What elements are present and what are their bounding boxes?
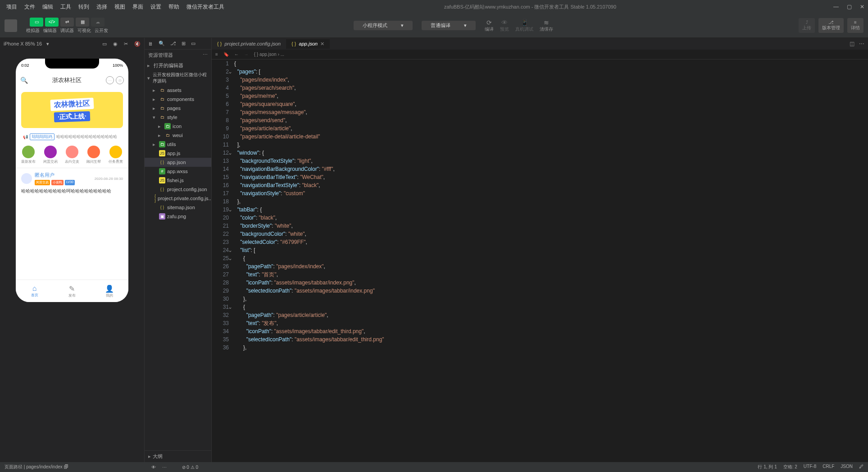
tree-item[interactable]: { }app.json	[145, 158, 211, 167]
preview-button[interactable]: 👁预览	[500, 19, 509, 32]
tree-item[interactable]: ▸🗀assets	[145, 86, 211, 95]
breadcrumb[interactable]: { } app.json › ...	[254, 52, 284, 57]
category-item[interactable]: 任务悬赏	[109, 146, 123, 164]
mute-icon[interactable]: 🔇	[134, 41, 141, 47]
tree-item[interactable]: ▾🗀style	[145, 113, 211, 122]
explorer-box-icon[interactable]: ⊞	[182, 41, 186, 46]
menu-视图[interactable]: 视图	[112, 1, 128, 13]
crumb-outline-icon[interactable]: ≡	[215, 52, 218, 57]
code-area[interactable]: 12⌄3456789101112⌄13141516171819⌄20212223…	[212, 60, 868, 462]
preview-icon[interactable]: 👁	[151, 465, 156, 470]
upload-button[interactable]: ⤴上传	[799, 18, 815, 33]
tree-item[interactable]: ▸🗀icon	[145, 122, 211, 131]
cursor-position[interactable]: 行 1, 列 1	[758, 464, 777, 470]
section-project-root[interactable]: ▾云开发校园微社区微信小程序源码	[145, 70, 211, 86]
tabbar-item[interactable]: ⌂首页	[16, 280, 53, 302]
phone-simulator[interactable]: 0:02100% 🔍 浙农林社区 ⋯◎ 农林微社区 ·正式上线· 📢咕咕咕咕鸡哈…	[16, 59, 128, 302]
page-path[interactable]: 页面路径 | pages/index/index 🗐	[5, 464, 68, 470]
editor-tab[interactable]: { }project.private.config.json	[212, 39, 286, 48]
tree-item[interactable]: ▸🗀pages	[145, 104, 211, 113]
section-open-editors[interactable]: ▸打开的编辑器	[145, 61, 211, 70]
compile-button[interactable]: ⟳编译	[485, 19, 494, 32]
minimize-icon[interactable]: —	[833, 4, 839, 10]
tree-item[interactable]: JSapp.js	[145, 149, 211, 158]
device-selector[interactable]: iPhone X 85% 16	[4, 41, 42, 46]
toolbar: ▭ </> ⇄ ▦ ☁ 模拟器编辑器调试器可视化云开发 小程序模式▾ 普通编译▾…	[0, 14, 868, 38]
capsule-close[interactable]: ◎	[116, 76, 124, 84]
tree-item[interactable]: ▸🗀utils	[145, 140, 211, 149]
tabbar-item[interactable]: ✎发布	[53, 280, 91, 302]
cloud-toggle[interactable]: ☁	[91, 18, 105, 27]
simulator-toggle[interactable]: ▭	[30, 18, 43, 27]
tabbar-item[interactable]: 👤我的	[91, 280, 128, 302]
program-mode-dropdown[interactable]: 小程序模式▾	[354, 21, 413, 30]
window-controls: — ▢ ✕	[833, 4, 864, 10]
rotate-icon[interactable]: ▭	[102, 41, 107, 47]
category-item[interactable]: 表白交友	[65, 146, 79, 164]
tree-item[interactable]: #app.wxss	[145, 167, 211, 176]
tree-item[interactable]: ▸🗀components	[145, 95, 211, 104]
feedback-icon[interactable]: 🖉	[859, 464, 863, 470]
editor-tab[interactable]: { }app.json✕	[286, 39, 330, 49]
menu-设置[interactable]: 设置	[148, 1, 164, 13]
visual-toggle[interactable]: ▦	[76, 18, 89, 27]
banner[interactable]: 农林微社区 ·正式上线·	[21, 92, 123, 128]
split-editor-icon[interactable]: ◫	[850, 41, 854, 47]
category-item[interactable]: 最新发布	[21, 146, 36, 164]
tree-item[interactable]: JSfishei.js	[145, 176, 211, 185]
crumb-fwd-icon[interactable]: →	[244, 52, 249, 57]
tree-item[interactable]: ▸🗀weui	[145, 131, 211, 140]
menu-编辑[interactable]: 编辑	[40, 1, 56, 13]
category-item[interactable]: 顾问互帮	[86, 146, 101, 164]
remote-debug-button[interactable]: 📱真机调试	[515, 19, 533, 32]
menu-项目[interactable]: 项目	[4, 1, 20, 13]
explorer-more-icon[interactable]: ▭	[191, 41, 195, 46]
menu-帮助[interactable]: 帮助	[166, 1, 182, 13]
explorer-menu-icon[interactable]: ⋯	[203, 52, 208, 59]
record-icon[interactable]: ◉	[113, 41, 118, 47]
tree-item[interactable]: { }project.config.json	[145, 185, 211, 194]
explorer-branch-icon[interactable]: ⎇	[170, 41, 176, 46]
indent-info[interactable]: 空格: 2	[783, 464, 797, 470]
close-icon[interactable]: ✕	[860, 4, 864, 10]
crumb-back-icon[interactable]: ←	[234, 52, 239, 57]
editor-toggle[interactable]: </>	[45, 18, 59, 27]
crumb-bookmark-icon[interactable]: 🔖	[223, 52, 229, 57]
menu-界面[interactable]: 界面	[130, 1, 146, 13]
window-title: zafuBBS-亿码酷站www.ymkuzhan.com - 微信开发者工具 S…	[227, 4, 833, 10]
post-avatar	[21, 173, 32, 184]
tree-item[interactable]: ▣zafu.png	[145, 212, 211, 221]
more-icon[interactable]: ⋯	[162, 465, 167, 470]
user-avatar[interactable]	[5, 19, 17, 32]
menu-选择[interactable]: 选择	[94, 1, 110, 13]
tree-item[interactable]: { }sitemap.json	[145, 203, 211, 212]
maximize-icon[interactable]: ▢	[847, 4, 852, 10]
language[interactable]: JSON	[841, 464, 853, 470]
cut-icon[interactable]: ✂	[124, 41, 128, 47]
menu-工具[interactable]: 工具	[58, 1, 74, 13]
tree-item[interactable]: { }project.private.config.js...	[145, 194, 211, 203]
explorer-file-icon[interactable]: 🗎	[148, 41, 153, 46]
capsule-menu[interactable]: ⋯	[106, 76, 114, 84]
menu-微信开发者工具[interactable]: 微信开发者工具	[184, 1, 227, 13]
tab-bar: ⌂首页✎发布👤我的	[16, 280, 128, 302]
tab-close-icon[interactable]: ✕	[320, 41, 324, 47]
compile-mode-dropdown[interactable]: 普通编译▾	[422, 21, 476, 30]
eol[interactable]: CRLF	[823, 464, 834, 470]
explorer-search-icon[interactable]: 🔍	[159, 41, 165, 46]
editor-tabs: { }project.private.config.json{ }app.jso…	[212, 38, 868, 50]
problems[interactable]: ⊘ 0 ⚠ 0	[182, 465, 198, 470]
clear-cache-button[interactable]: ≋清缓存	[540, 19, 553, 32]
editor-more-icon[interactable]: ⋯	[859, 41, 864, 47]
menu-文件[interactable]: 文件	[22, 1, 38, 13]
post-item[interactable]: 匿名用户 闲置交易小黄鸭LV30 2020-08-28 08:30 哈哈哈哈哈哈…	[16, 168, 128, 198]
details-button[interactable]: ≡详情	[847, 18, 863, 33]
encoding[interactable]: UTF-8	[804, 464, 816, 470]
notice-bar[interactable]: 📢咕咕咕咕鸡哈哈哈哈哈哈哈哈哈哈哈哈哈哈哈	[21, 132, 123, 142]
debugger-toggle[interactable]: ⇄	[60, 18, 74, 27]
outline-section[interactable]: ▸大纲	[145, 450, 211, 462]
search-icon[interactable]: 🔍	[20, 77, 28, 84]
category-item[interactable]: 闲置交易	[43, 146, 58, 164]
version-button[interactable]: ⎇版本管理	[818, 18, 844, 33]
menu-转到[interactable]: 转到	[76, 1, 92, 13]
